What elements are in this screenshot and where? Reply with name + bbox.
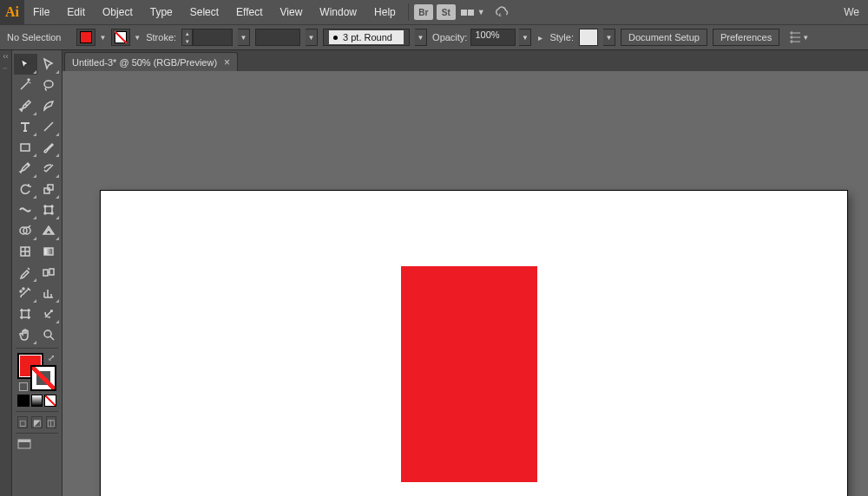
menu-separator [408,3,409,21]
collapse-icon[interactable]: ‹‹ [3,52,9,61]
app-logo: Ai [0,0,24,24]
paintbrush-tool[interactable] [37,137,61,158]
svg-point-7 [51,212,53,214]
fill-swatch[interactable] [76,29,95,46]
direct-selection-tool[interactable] [37,54,61,75]
rotate-tool[interactable] [14,179,37,199]
chevron-down-icon[interactable]: ▼ [134,34,141,42]
chevron-down-icon[interactable]: ▼ [603,29,615,46]
stroke-color-swatch[interactable] [30,365,56,391]
document-setup-button[interactable]: Document Setup [621,29,707,46]
lasso-tool[interactable] [37,75,61,95]
stroke-swatch[interactable] [111,29,130,46]
panel-grip-icon[interactable]: ┄ [3,64,9,73]
align-icon[interactable] [788,30,802,44]
artboard-tool[interactable] [14,303,37,324]
menu-window[interactable]: Window [311,0,365,24]
svg-rect-1 [44,188,49,193]
pen-tool[interactable] [14,95,37,116]
default-fill-stroke-icon[interactable] [19,382,28,391]
menu-type[interactable]: Type [141,0,181,24]
svg-point-17 [44,330,51,337]
draw-normal-mode[interactable]: ◻ [17,416,28,428]
toolbox-panel: ⤢ ◻ ◩ ◫ [12,50,62,496]
stroke-label: Stroke: [146,32,176,42]
mesh-tool[interactable] [14,241,37,262]
chevron-down-icon[interactable]: ▼ [519,29,531,46]
style-label: Style: [549,32,574,42]
chevron-down-icon[interactable]: ▼ [99,34,106,42]
stroke-weight-field[interactable]: ▴▾ [181,29,233,46]
shape-builder-tool[interactable] [14,220,37,241]
stock-button[interactable]: St [437,4,456,20]
pencil-tool[interactable] [14,158,37,179]
screen-mode-button[interactable] [14,436,60,454]
panel-disclosure-icon[interactable]: ▸ [536,33,544,42]
chevron-down-icon[interactable]: ▼ [306,29,318,46]
rectangle-shape[interactable] [401,266,537,482]
symbol-sprayer-tool[interactable] [14,283,37,303]
document-tab-bar: Untitled-3* @ 50% (RGB/Preview) × [62,50,868,71]
color-mode-none[interactable] [44,395,56,407]
bridge-button[interactable]: Br [414,4,433,20]
hand-tool[interactable] [14,324,37,345]
eyedropper-tool[interactable] [14,262,37,283]
chevron-down-icon[interactable]: ▼ [415,29,427,46]
svg-point-14 [20,290,22,292]
stroke-profile-dropdown[interactable] [255,29,300,46]
draw-inside-mode[interactable]: ◫ [46,416,56,428]
width-tool[interactable] [14,199,37,220]
preferences-button[interactable]: Preferences [713,29,779,46]
svg-rect-13 [49,269,54,275]
menu-object[interactable]: Object [94,0,141,24]
draw-behind-mode[interactable]: ◩ [31,416,42,428]
fill-stroke-swatch[interactable]: ⤢ [17,353,56,391]
panel-dock-strip[interactable]: ‹‹ ┄ [0,50,12,496]
eraser-tool[interactable] [37,158,61,179]
perspective-grid-tool[interactable] [37,220,61,241]
gradient-tool[interactable] [37,241,61,262]
swap-fill-stroke-icon[interactable]: ⤢ [48,353,55,362]
arrange-documents-button[interactable]: ▼ [461,8,485,16]
menu-help[interactable]: Help [365,0,404,24]
menu-effect[interactable]: Effect [227,0,271,24]
blend-tool[interactable] [37,262,61,283]
slice-tool[interactable] [37,303,61,324]
canvas[interactable] [62,71,868,496]
close-tab-icon[interactable]: × [224,56,230,69]
svg-point-5 [51,206,53,207]
workspace-switcher[interactable]: We [838,6,865,18]
menu-edit[interactable]: Edit [58,0,94,24]
curvature-tool[interactable] [37,95,61,116]
svg-rect-11 [44,248,53,255]
scale-tool[interactable] [37,179,61,199]
opacity-input[interactable]: 100% [470,29,516,46]
free-transform-tool[interactable] [37,199,61,220]
graphic-style-dropdown[interactable] [579,29,598,46]
line-segment-tool[interactable] [37,116,61,137]
type-tool[interactable] [14,116,37,137]
menu-view[interactable]: View [272,0,312,24]
color-mode-swatches [14,393,60,408]
svg-rect-12 [43,270,48,276]
document-area: Untitled-3* @ 50% (RGB/Preview) × [62,50,868,496]
rectangle-tool[interactable] [14,137,37,158]
color-mode-gradient[interactable] [31,395,43,407]
brush-definition-dropdown[interactable]: 3 pt. Round [323,29,410,46]
column-graph-tool[interactable] [37,283,61,303]
svg-point-4 [44,206,46,207]
control-bar: No Selection ▼ ▼ Stroke: ▴▾ ▼ ▼ 3 pt. Ro… [0,24,868,50]
document-tab[interactable]: Untitled-3* @ 50% (RGB/Preview) × [64,52,238,71]
selection-state-label: No Selection [7,32,61,42]
menu-file[interactable]: File [24,0,58,24]
selection-tool[interactable] [14,54,37,75]
zoom-tool[interactable] [37,324,61,345]
color-mode-solid[interactable] [17,395,30,407]
menu-select[interactable]: Select [181,0,227,24]
chevron-down-icon[interactable]: ▼ [802,34,809,42]
chevron-down-icon: ▼ [477,8,485,16]
sync-icon[interactable] [494,6,510,18]
magic-wand-tool[interactable] [14,75,37,95]
chevron-down-icon[interactable]: ▼ [238,29,250,46]
svg-point-6 [44,212,46,214]
